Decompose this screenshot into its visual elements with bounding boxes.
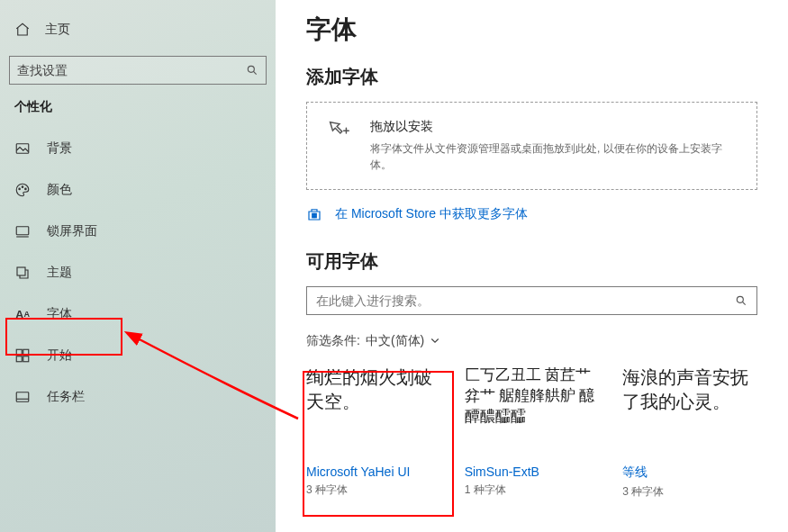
- font-name: SimSun-ExtB: [465, 464, 600, 479]
- sidebar-item-background[interactable]: 背景: [0, 128, 276, 169]
- search-icon: [246, 64, 258, 77]
- settings-search-input[interactable]: [17, 63, 246, 77]
- fonts-icon: AA: [14, 306, 31, 322]
- sidebar-item-start[interactable]: 开始: [0, 335, 276, 376]
- font-count: 3 种字体: [306, 482, 441, 498]
- sidebar-item-fonts[interactable]: AA 字体: [0, 293, 276, 335]
- sidebar-item-label: 锁屏界面: [47, 223, 97, 239]
- svg-point-3: [19, 188, 21, 190]
- search-icon: [735, 294, 747, 307]
- settings-search[interactable]: [9, 56, 267, 85]
- store-icon: [306, 206, 322, 222]
- sidebar-item-label: 背景: [47, 140, 72, 157]
- drop-zone-desc: 将字体文件从文件资源管理器或桌面拖放到此处, 以便在你的设备上安装字体。: [370, 140, 738, 173]
- svg-line-20: [742, 302, 745, 304]
- sidebar-item-label: 开始: [47, 347, 72, 364]
- font-count: 3 种字体: [622, 484, 757, 500]
- svg-rect-11: [16, 356, 22, 362]
- drop-zone-text: 拖放以安装 将字体文件从文件资源管理器或桌面拖放到此处, 以便在你的设备上安装字…: [370, 119, 738, 173]
- sidebar-item-label: 字体: [47, 306, 72, 322]
- store-link[interactable]: 在 Microsoft Store 中获取更多字体: [306, 206, 757, 222]
- sidebar-item-colors[interactable]: 颜色: [0, 169, 276, 211]
- font-search-input[interactable]: [316, 293, 735, 308]
- themes-icon: [14, 265, 31, 281]
- font-name: Microsoft YaHei UI: [306, 464, 441, 479]
- sidebar-item-label: 任务栏: [47, 389, 85, 405]
- add-fonts-heading: 添加字体: [306, 65, 757, 89]
- taskbar-icon: [14, 389, 31, 405]
- sidebar-home[interactable]: 主页: [0, 16, 276, 43]
- filter-row[interactable]: 筛选条件: 中文(简体): [306, 333, 757, 349]
- svg-point-19: [737, 296, 743, 302]
- font-grid: 绚烂的烟火划破天空。 Microsoft YaHei UI 3 种字体 匚丂乙丑…: [306, 365, 757, 500]
- svg-rect-9: [16, 349, 22, 355]
- drop-zone-title: 拖放以安装: [370, 119, 738, 135]
- font-name: 等线: [622, 464, 757, 481]
- svg-line-1: [253, 71, 256, 74]
- filter-label: 筛选条件:: [306, 333, 360, 349]
- svg-rect-12: [23, 356, 29, 362]
- svg-point-5: [25, 188, 27, 190]
- home-icon: [14, 22, 31, 38]
- font-drop-zone[interactable]: 拖放以安装 将字体文件从文件资源管理器或桌面拖放到此处, 以便在你的设备上安装字…: [306, 102, 757, 190]
- font-card[interactable]: 海浪的声音安抚了我的心灵。 等线 3 种字体: [622, 365, 757, 500]
- font-preview: 绚烂的烟火划破天空。: [306, 365, 441, 463]
- drag-drop-icon: [325, 119, 352, 146]
- svg-rect-10: [23, 349, 29, 355]
- main-panel: 字体 添加字体 拖放以安装 将字体文件从文件资源管理器或桌面拖放到此处, 以便在…: [276, 0, 788, 532]
- font-count: 1 种字体: [465, 482, 600, 498]
- font-preview: 海浪的声音安抚了我的心灵。: [622, 365, 757, 463]
- sidebar-section-title: 个性化: [0, 99, 276, 128]
- sidebar-item-label: 主题: [47, 265, 72, 281]
- svg-point-0: [248, 66, 254, 72]
- font-preview: 匚丂乙丑工 茵茊艹弅艹 艍艎艂舼舮 醷醰醲醽醽: [465, 365, 600, 463]
- start-icon: [14, 347, 31, 364]
- svg-rect-15: [312, 213, 314, 215]
- font-card[interactable]: 匚丂乙丑工 茵茊艹弅艹 艍艎艂舼舮 醷醰醲醽醽 SimSun-ExtB 1 种字…: [465, 365, 600, 500]
- font-search[interactable]: [306, 286, 757, 315]
- svg-rect-13: [16, 392, 29, 402]
- font-card[interactable]: 绚烂的烟火划破天空。 Microsoft YaHei UI 3 种字体: [306, 365, 441, 500]
- palette-icon: [14, 182, 31, 198]
- svg-point-4: [22, 186, 23, 188]
- sidebar-home-label: 主页: [45, 22, 70, 38]
- sidebar-item-themes[interactable]: 主题: [0, 252, 276, 293]
- svg-rect-8: [17, 267, 25, 275]
- chevron-down-icon: [430, 334, 440, 348]
- svg-rect-16: [314, 213, 316, 215]
- page-title: 字体: [306, 13, 757, 47]
- available-fonts-heading: 可用字体: [306, 249, 757, 274]
- svg-rect-6: [16, 227, 29, 235]
- image-icon: [14, 140, 31, 157]
- svg-rect-17: [312, 216, 314, 218]
- store-link-label: 在 Microsoft Store 中获取更多字体: [335, 206, 528, 222]
- lockscreen-icon: [14, 223, 31, 239]
- sidebar-item-taskbar[interactable]: 任务栏: [0, 376, 276, 418]
- sidebar-item-lockscreen[interactable]: 锁屏界面: [0, 211, 276, 252]
- sidebar-item-label: 颜色: [47, 182, 72, 198]
- svg-rect-18: [314, 216, 316, 218]
- sidebar: 主页 个性化 背景 颜色 锁屏界面 主题 AA 字体: [0, 0, 276, 532]
- filter-value: 中文(简体): [366, 333, 424, 349]
